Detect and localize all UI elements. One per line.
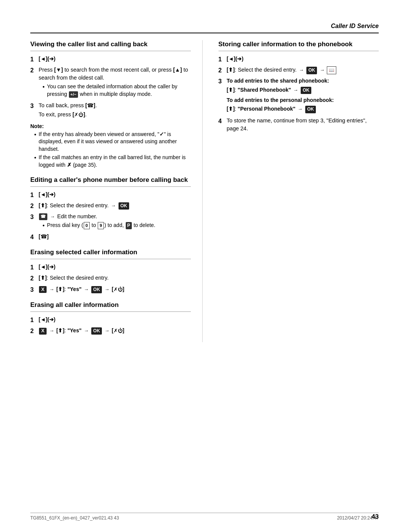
step-e3: 3 ☎ → Edit the number. Press dial key (0…: [30, 213, 191, 230]
phonebook-icon: 📖: [327, 66, 336, 74]
section-erasing-selected-title: Erasing selected caller information: [30, 248, 191, 259]
bullet-e3: Press dial key (0 to 9) to add, P to del…: [42, 222, 191, 229]
step-ea2: 2 X → [⬆]: "Yes" → OK → [✗⏻]: [30, 327, 191, 335]
step-es3: 3 X → [⬆]: "Yes" → OK → [✗⏻]: [30, 285, 191, 294]
section-editing-title: Editing a caller's phone number before c…: [30, 176, 191, 187]
step-e2: 2 [⬆]: Select the desired entry. → OK: [30, 202, 191, 210]
section-erasing-all-title: Erasing all caller information: [30, 301, 191, 312]
section-erasing-selected: Erasing selected caller information 1 [◄…: [30, 248, 191, 294]
section-editing: Editing a caller's phone number before c…: [30, 176, 191, 242]
page: Caller ID Service Viewing the caller lis…: [0, 0, 409, 532]
note-bullet-2: If the call matches an entry in the call…: [34, 154, 191, 169]
content-columns: Viewing the caller list and calling back…: [30, 40, 379, 342]
footer: TG8551_61FX_(en-en)_0427_ver021.43 43 20…: [30, 513, 379, 521]
step-e4: 4 [☎]: [30, 233, 191, 241]
step-v2: 2 Press [▼] to search from the most rece…: [30, 66, 191, 99]
section-viewing: Viewing the caller list and calling back…: [30, 40, 191, 169]
step-ea1: 1 [◄](➔): [30, 316, 191, 324]
page-header: Caller ID Service: [30, 23, 379, 33]
step-es1: 1 [◄](➔): [30, 263, 191, 272]
section-viewing-title: Viewing the caller list and calling back: [30, 40, 191, 51]
header-title: Caller ID Service: [331, 23, 379, 29]
note-bullet-1: If the entry has already been viewed or …: [34, 131, 191, 153]
step-s4: 4 To store the name, continue from step …: [219, 117, 379, 133]
step-s2: 2 [⬆]: Select the desired entry. → OK → …: [219, 66, 379, 75]
note-viewing: Note: If the entry has already been view…: [30, 123, 191, 169]
step-s3: 3 To add entries to the shared phonebook…: [219, 77, 379, 114]
right-column: Storing caller information to the phoneb…: [216, 40, 379, 342]
page-number: 43: [372, 513, 379, 521]
section-erasing-all: Erasing all caller information 1 [◄](➔) …: [30, 301, 191, 335]
step-v3: 3 To call back, press [☎]. To exit, pres…: [30, 102, 191, 120]
section-storing: Storing caller information to the phoneb…: [219, 40, 379, 133]
step-e1: 1 [◄](➔): [30, 191, 191, 199]
step-es2: 2 [⬆]: Select the desired entry.: [30, 274, 191, 283]
step-v1: 1 [◄](➔): [30, 55, 191, 64]
footer-left: TG8551_61FX_(en-en)_0427_ver021.43 43: [30, 515, 119, 521]
left-column: Viewing the caller list and calling back…: [30, 40, 203, 342]
step-s1: 1 [◄](➔): [219, 55, 379, 64]
bullet-v2-1: You can see the detailed information abo…: [42, 83, 191, 98]
section-storing-title: Storing caller information to the phoneb…: [219, 40, 379, 51]
